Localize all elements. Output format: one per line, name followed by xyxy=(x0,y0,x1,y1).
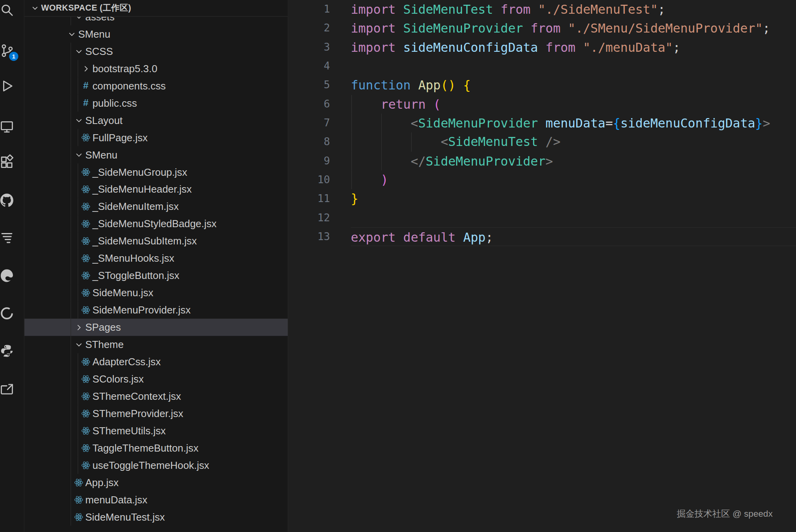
tree-item-SMenu[interactable]: SMenu xyxy=(24,146,288,163)
react-icon xyxy=(81,301,91,319)
line-number[interactable]: 4 xyxy=(288,57,351,76)
source-control-icon[interactable]: 1 xyxy=(0,43,15,58)
indent-guide xyxy=(351,114,351,133)
editor[interactable]: 1import SideMenuTest from "./SideMenuTes… xyxy=(288,0,796,532)
line-number[interactable]: 9 xyxy=(288,151,351,170)
watermark: 掘金技术社区 @ speedx xyxy=(677,507,772,519)
react-icon xyxy=(81,180,91,198)
tree-item-_SideMenuGroup.jsx[interactable]: _SideMenuGroup.jsx xyxy=(24,163,288,180)
tree-item-SPages[interactable]: SPages xyxy=(24,319,288,336)
tree-item-AdapterCss.jsx[interactable]: AdapterCss.jsx xyxy=(24,353,288,370)
line-number[interactable]: 8 xyxy=(288,133,351,151)
chevron-right-icon xyxy=(74,319,84,336)
ring-icon[interactable] xyxy=(0,306,15,321)
tree-item-label: SThemeUtils.jsx xyxy=(92,422,166,439)
tree-item-SLayout[interactable]: SLayout xyxy=(24,112,288,129)
workspace-header[interactable]: WORKSPACE (工作区) xyxy=(24,0,288,17)
live-preview-icon[interactable] xyxy=(0,382,15,397)
code-line[interactable]: 1import SideMenuTest from "./SideMenuTes… xyxy=(288,0,796,19)
tree-item-public.css[interactable]: #public.css xyxy=(24,95,288,112)
tree-indent-guide xyxy=(71,301,71,319)
tree-indent-guide xyxy=(78,370,78,388)
tree-indent-guide xyxy=(78,129,78,146)
line-number[interactable]: 5 xyxy=(288,76,351,95)
remote-explorer-icon[interactable] xyxy=(0,119,15,135)
code-text: function App() { xyxy=(351,76,796,95)
code-line[interactable]: 5function App() { xyxy=(288,76,796,95)
tree-indent-guide xyxy=(78,388,78,405)
tree-item-label: _SideMenuGroup.jsx xyxy=(92,163,187,180)
run-debug-icon[interactable] xyxy=(0,78,15,94)
tree-item-SideMenuTest.jsx[interactable]: SideMenuTest.jsx xyxy=(24,508,288,526)
tree-item-label: SideMenu.jsx xyxy=(92,284,153,301)
line-number[interactable]: 3 xyxy=(288,38,351,57)
tree-indent-guide xyxy=(78,301,78,319)
chevron-right-icon xyxy=(81,60,91,77)
code-line[interactable]: 12 xyxy=(288,208,796,227)
tree-item-useToggleThemeHook.jsx[interactable]: useToggleThemeHook.jsx xyxy=(24,457,288,474)
line-number[interactable]: 6 xyxy=(288,95,351,113)
code-text: import SideMenuProvider from "./SMenu/Si… xyxy=(351,19,796,38)
tree-item-bootstrap5.3.0[interactable]: bootstrap5.3.0 xyxy=(24,60,288,77)
line-number[interactable]: 7 xyxy=(288,114,351,133)
code-line[interactable]: 9 </SideMenuProvider> xyxy=(288,151,796,170)
tree-item-App.jsx[interactable]: App.jsx xyxy=(24,474,288,491)
code-text: <SideMenuProvider menuData={sideMenuConf… xyxy=(351,114,796,133)
tree-item-_SideMenuStyledBadge.jsx[interactable]: _SideMenuStyledBadge.jsx xyxy=(24,215,288,232)
code-line[interactable]: 11} xyxy=(288,189,796,208)
tree-item-SThemeProvider.jsx[interactable]: SThemeProvider.jsx xyxy=(24,405,288,422)
code-line[interactable]: 6 return ( xyxy=(288,95,796,113)
tree-item-_SideMenuSubItem.jsx[interactable]: _SideMenuSubItem.jsx xyxy=(24,232,288,250)
indent-guide xyxy=(351,133,351,151)
tree-item-TaggleThemeButton.jsx[interactable]: TaggleThemeButton.jsx xyxy=(24,439,288,457)
tree-item-_SideMenuItem.jsx[interactable]: _SideMenuItem.jsx xyxy=(24,198,288,215)
tree-item-label: _SideMenuItem.jsx xyxy=(92,198,179,215)
react-icon xyxy=(81,422,91,439)
tree-item-SideMenuProvider.jsx[interactable]: SideMenuProvider.jsx xyxy=(24,301,288,319)
tree-item-_SMenuHooks.jsx[interactable]: _SMenuHooks.jsx xyxy=(24,250,288,267)
tree-item-SThemeContext.jsx[interactable]: SThemeContext.jsx xyxy=(24,388,288,405)
line-number[interactable]: 1 xyxy=(288,0,351,19)
indent-guide xyxy=(381,133,382,151)
code-line[interactable]: 13export default App; xyxy=(288,227,796,246)
tree-item-SideMenu.jsx[interactable]: SideMenu.jsx xyxy=(24,284,288,301)
code-line[interactable]: 10 ) xyxy=(288,171,796,189)
tree-indent-guide xyxy=(78,405,78,422)
activity-bar: 1 xyxy=(0,0,24,532)
line-number[interactable]: 10 xyxy=(288,171,351,189)
css-icon: # xyxy=(81,95,91,112)
tree-item-STheme[interactable]: STheme xyxy=(24,336,288,353)
line-number[interactable]: 2 xyxy=(288,19,351,38)
tree-item-menuData.jsx[interactable]: menuData.jsx xyxy=(24,491,288,508)
tree-item-SMenu[interactable]: SMenu xyxy=(24,26,288,43)
edge-icon[interactable] xyxy=(0,268,15,283)
github-icon[interactable] xyxy=(0,192,15,208)
code-line[interactable]: 3import sideMenuConfigData from "./menuD… xyxy=(288,38,796,57)
tree-item-SCSS[interactable]: SCSS xyxy=(24,43,288,60)
tree-item[interactable] xyxy=(24,526,288,532)
line-number[interactable]: 12 xyxy=(288,208,351,227)
code-line[interactable]: 8 <SideMenuTest /> xyxy=(288,133,796,151)
tree-item-components.css[interactable]: #components.css xyxy=(24,77,288,95)
code-line[interactable]: 4 xyxy=(288,57,796,76)
code-line[interactable]: 7 <SideMenuProvider menuData={sideMenuCo… xyxy=(288,114,796,133)
line-number[interactable]: 13 xyxy=(288,227,351,246)
extensions-icon[interactable] xyxy=(0,154,15,170)
tornado-icon[interactable] xyxy=(0,230,15,245)
tree-item-_SideMenuHeader.jsx[interactable]: _SideMenuHeader.jsx xyxy=(24,180,288,198)
code-text: ) xyxy=(351,171,796,189)
search-icon[interactable] xyxy=(0,2,15,18)
tree-indent-guide xyxy=(71,336,71,353)
tree-indent-guide xyxy=(71,60,71,77)
code-text xyxy=(351,208,796,227)
tree-item-SThemeUtils.jsx[interactable]: SThemeUtils.jsx xyxy=(24,422,288,439)
python-icon[interactable] xyxy=(0,343,15,359)
tree-item-FullPage.jsx[interactable]: FullPage.jsx xyxy=(24,129,288,146)
tree-indent-guide xyxy=(71,129,71,146)
tree-item-_SToggleButton.jsx[interactable]: _SToggleButton.jsx xyxy=(24,267,288,284)
react-icon xyxy=(81,284,91,301)
code-line[interactable]: 2import SideMenuProvider from "./SMenu/S… xyxy=(288,19,796,38)
line-number[interactable]: 11 xyxy=(288,189,351,208)
indent-guide xyxy=(381,151,382,170)
tree-item-SColors.jsx[interactable]: SColors.jsx xyxy=(24,370,288,388)
